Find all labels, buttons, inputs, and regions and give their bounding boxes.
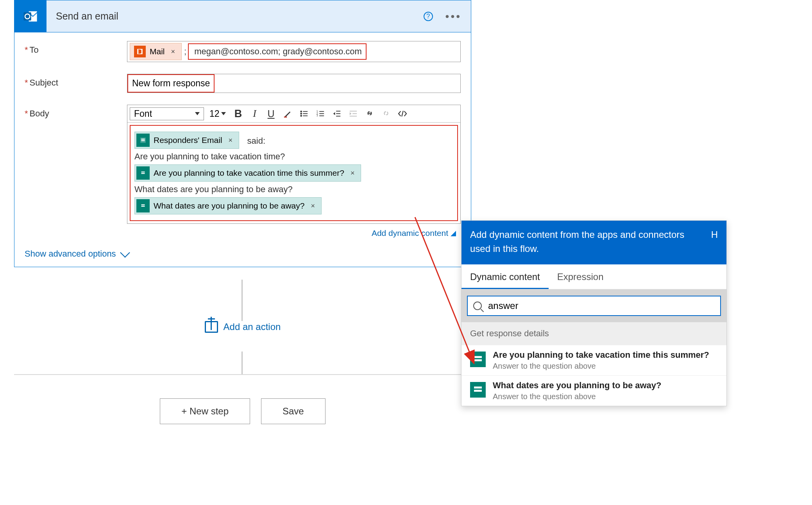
forms-icon — [136, 199, 150, 212]
add-action-button[interactable]: Add an action — [14, 321, 471, 333]
to-row: *To Mail × ; megan@contoso.com; grady@co… — [25, 41, 461, 62]
svg-line-25 — [402, 111, 403, 117]
body-row: *Body Font 12 B I U — [25, 105, 461, 224]
svg-rect-27 — [141, 139, 145, 139]
number-list-icon[interactable]: 123 — [313, 107, 327, 121]
svg-point-10 — [300, 115, 302, 116]
size-selector[interactable]: 12 — [206, 109, 229, 119]
divider — [14, 374, 471, 375]
svg-point-6 — [300, 111, 302, 112]
help-icon[interactable]: ? — [424, 12, 433, 21]
svg-text:3: 3 — [317, 114, 318, 117]
dynamic-content-panel: Add dynamic content from the apps and co… — [461, 220, 727, 406]
add-dynamic-content-link[interactable]: Add dynamic content — [25, 226, 461, 242]
tab-dynamic-content[interactable]: Dynamic content — [461, 264, 549, 289]
unlink-icon[interactable] — [379, 107, 393, 121]
svg-rect-30 — [141, 173, 145, 174]
outlook-icon — [14, 0, 47, 32]
italic-button[interactable]: I — [248, 107, 262, 121]
more-icon[interactable]: ••• — [445, 10, 461, 23]
font-selector[interactable]: Font — [130, 107, 204, 120]
hide-link[interactable]: H — [711, 228, 718, 256]
mail-chip-label: Mail — [150, 47, 165, 56]
svg-rect-36 — [474, 390, 482, 392]
mail-chip[interactable]: Mail × — [130, 43, 182, 60]
bold-button[interactable]: B — [231, 107, 245, 121]
to-emails-highlight[interactable]: megan@contoso.com; grady@contoso.com — [188, 43, 367, 60]
code-view-icon[interactable] — [395, 107, 410, 121]
svg-rect-29 — [141, 171, 145, 172]
tab-expression[interactable]: Expression — [549, 264, 612, 289]
dynamic-panel-header: Add dynamic content from the apps and co… — [461, 221, 726, 264]
search-icon — [473, 302, 482, 310]
add-action-icon — [205, 321, 218, 333]
footer-buttons: + New step Save — [14, 398, 471, 424]
editor-toolbar: Font 12 B I U — [127, 105, 460, 123]
size-label: 12 — [209, 109, 220, 119]
card-title: Send an email — [56, 11, 424, 22]
connector-line — [241, 352, 243, 374]
q1-token[interactable]: Are you planning to take vacation time t… — [134, 164, 361, 182]
connector-line — [241, 280, 243, 321]
chevron-down-icon — [120, 248, 130, 257]
svg-rect-33 — [474, 356, 482, 358]
color-picker-icon[interactable] — [281, 107, 295, 121]
font-label: Font — [134, 109, 152, 119]
outdent-icon[interactable] — [330, 107, 344, 121]
result-title: Are you planning to take vacation time t… — [493, 350, 709, 360]
token-label: What dates are you planning to be away? — [154, 201, 304, 211]
svg-point-8 — [300, 113, 302, 114]
search-input[interactable] — [488, 300, 715, 311]
subject-label: *Subject — [25, 74, 127, 88]
token-label: Are you planning to take vacation time t… — [154, 168, 344, 178]
responders-email-token[interactable]: Responders' Email × — [134, 132, 239, 149]
remove-token-icon[interactable]: × — [226, 136, 235, 145]
svg-rect-28 — [141, 140, 145, 141]
send-email-card: Send an email ? ••• *To Mail × ; megan@c… — [14, 0, 471, 267]
search-field[interactable] — [467, 296, 721, 316]
svg-rect-32 — [141, 206, 145, 207]
forms-icon — [136, 134, 150, 147]
bullet-list-icon[interactable] — [297, 107, 311, 121]
dynamic-tabs: Dynamic content Expression — [461, 264, 726, 289]
caret-down-icon — [195, 112, 200, 115]
forms-icon — [136, 166, 150, 180]
result-title: What dates are you planning to be away? — [493, 380, 662, 391]
rich-editor: Font 12 B I U — [127, 105, 461, 224]
result-subtitle: Answer to the question above — [493, 362, 709, 371]
search-wrap — [461, 289, 726, 322]
q2-text: What dates are you planning to be away? — [134, 184, 453, 195]
svg-rect-35 — [474, 387, 482, 389]
underline-button[interactable]: U — [264, 107, 278, 121]
remove-chip-icon[interactable]: × — [169, 48, 178, 56]
remove-token-icon[interactable]: × — [308, 202, 317, 210]
said-text: said: — [247, 136, 265, 146]
link-icon[interactable] — [363, 107, 377, 121]
show-advanced-options[interactable]: Show advanced options — [14, 246, 471, 267]
result-item[interactable]: Are you planning to take vacation time t… — [461, 345, 726, 375]
body-label: *Body — [25, 105, 127, 119]
token-label: Responders' Email — [154, 136, 222, 145]
forms-icon — [470, 352, 486, 367]
section-get-response-details: Get response details — [461, 322, 726, 345]
card-body: *To Mail × ; megan@contoso.com; grady@co… — [14, 32, 471, 246]
to-emails-text: megan@contoso.com; grady@contoso.com — [193, 46, 362, 56]
save-button[interactable]: Save — [261, 398, 326, 424]
remove-token-icon[interactable]: × — [348, 169, 357, 177]
to-label: *To — [25, 41, 127, 55]
caret-down-icon — [221, 112, 226, 115]
flyout-icon — [451, 231, 456, 236]
card-header[interactable]: Send an email ? ••• — [14, 0, 471, 32]
new-step-button[interactable]: + New step — [160, 398, 250, 424]
subject-highlight[interactable]: New form response — [127, 74, 215, 93]
subject-row: *Subject New form response — [25, 74, 461, 93]
svg-rect-31 — [141, 204, 145, 205]
editor-body[interactable]: Responders' Email × said: Are you planni… — [130, 125, 458, 221]
forms-icon — [470, 382, 486, 398]
q2-token[interactable]: What dates are you planning to be away? … — [134, 197, 322, 214]
office-icon — [134, 46, 146, 57]
subject-text: New form response — [132, 78, 210, 88]
indent-icon[interactable] — [346, 107, 360, 121]
result-item[interactable]: What dates are you planning to be away? … — [461, 375, 726, 406]
subject-field-rest[interactable] — [215, 74, 460, 93]
